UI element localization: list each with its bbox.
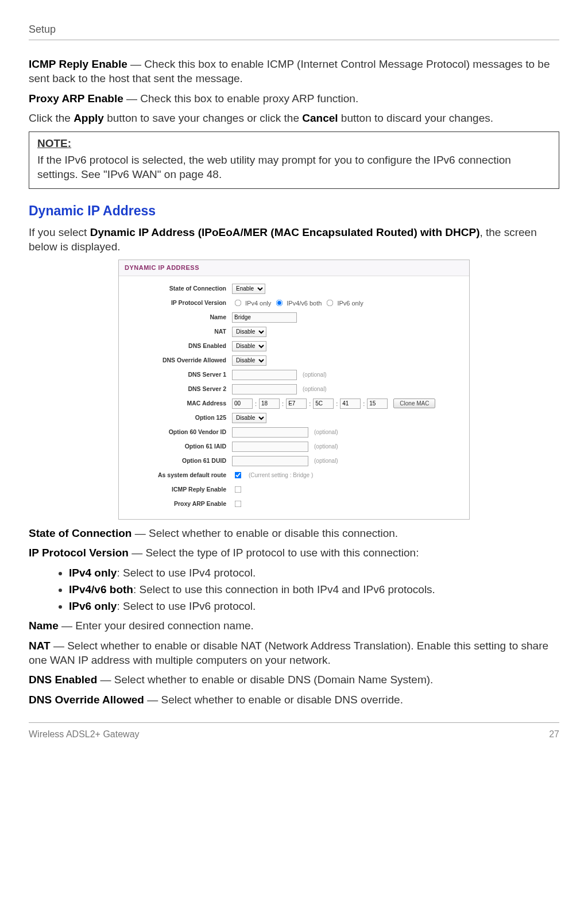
label-icmp-reply: ICMP Reply Enable [126,486,232,494]
checkbox-icmp[interactable] [235,486,242,493]
apply-pre: Click the [29,112,74,124]
desc-name-term: Name [29,620,59,632]
label-proxy-arp: Proxy ARP Enable [126,500,232,508]
label-nat: NAT [126,328,232,336]
desc-nat: NAT — Select whether to enable or disabl… [29,639,559,667]
apply-post: button to discard your changes. [338,112,493,124]
bullet-both-term: IPv4/v6 both [69,583,133,595]
select-dns-enabled[interactable]: Disable [232,341,266,351]
label-o60: Option 60 Vendor ID [126,428,232,436]
checkbox-defroute[interactable] [235,472,242,479]
desc-nat-text: — Select whether to enable or disable NA… [29,640,548,666]
radio-ipv6-label: IPv6 only [337,299,363,307]
desc-dns-ov: DNS Override Allowed — Select whether to… [29,693,559,707]
label-dns-override: DNS Override Allowed [126,357,232,365]
bullet-ipv6-term: IPv6 only [69,600,117,612]
input-mac-0[interactable] [232,398,253,409]
radio-ipv4-label: IPv4 only [245,299,271,307]
note-box: NOTE: If the IPv6 protocol is selected, … [29,131,559,189]
para-proxy: Proxy ARP Enable — Check this box to ena… [29,92,559,106]
select-nat[interactable]: Disable [232,327,266,337]
label-defroute: As system default route [126,471,232,479]
intro-pre: If you select [29,226,90,238]
label-dns-enabled: DNS Enabled [126,342,232,350]
input-o61b[interactable] [232,456,308,466]
desc-ipver-term: IP Protocol Version [29,547,129,559]
hint-dns2: (optional) [303,385,327,393]
input-dns1[interactable] [232,370,297,380]
input-dns2[interactable] [232,384,297,394]
label-mac: MAC Address [126,400,232,408]
input-mac-5[interactable] [367,398,388,409]
label-dns1: DNS Server 1 [126,371,232,379]
desc-dns-en-text: — Select whether to enable or disable DN… [97,674,433,686]
footer-divider [29,722,559,723]
input-mac-3[interactable] [313,398,334,409]
bullet-ipv6-text: : Select to use IPv6 protocol. [117,600,256,612]
hint-o61b: (optional) [314,457,338,465]
select-dns-override[interactable]: Disable [232,355,266,366]
desc-nat-term: NAT [29,640,51,652]
desc-dns-en-term: DNS Enabled [29,674,97,686]
desc-name: Name — Enter your desired connection nam… [29,619,559,633]
input-name[interactable] [232,312,297,323]
input-o61a[interactable] [232,442,308,452]
radio-both[interactable] [276,300,283,307]
checkbox-proxy[interactable] [235,501,242,508]
select-o125[interactable]: Disable [232,413,266,423]
apply-bold: Apply [74,112,104,124]
config-panel: DYNAMIC IP ADDRESS State of Connection E… [118,260,470,519]
clone-mac-button[interactable]: Clone MAC [393,398,435,408]
label-name: Name [126,314,232,322]
bullet-ipv6: IPv6 only: Select to use IPv6 protocol. [69,599,559,614]
label-o61a: Option 61 IAID [126,443,232,451]
radio-ipv4[interactable] [235,300,242,307]
term-icmp: ICMP Reply Enable [29,58,127,70]
select-state[interactable]: Enable [232,284,265,294]
bullet-ipv4: IPv4 only: Select to use IPv4 protocol. [69,566,559,581]
footer-left: Wireless ADSL2+ Gateway [29,729,140,741]
cancel-bold: Cancel [302,112,338,124]
apply-mid: button to save your changes or click the [104,112,302,124]
radio-both-label: IPv4/v6 both [287,299,322,307]
hint-o60: (optional) [314,428,338,436]
para-icmp: ICMP Reply Enable — Check this box to en… [29,57,559,86]
protocol-bullets: IPv4 only: Select to use IPv4 protocol. … [29,566,559,613]
desc-state-text: — Select whether to enable or disable th… [131,527,398,539]
desc-state-term: State of Connection [29,527,131,539]
desc-state: State of Connection — Select whether to … [29,527,559,541]
input-mac-4[interactable] [340,398,361,409]
panel-title: DYNAMIC IP ADDRESS [119,260,469,276]
hint-dns1: (optional) [303,371,327,378]
bullet-both-text: : Select to use this connection in both … [133,583,435,595]
desc-name-text: — Enter your desired connection name. [59,620,254,632]
label-dns2: DNS Server 2 [126,385,232,393]
bullet-ipv4-text: : Select to use IPv4 protocol. [117,567,256,579]
desc-dns-ov-term: DNS Override Allowed [29,694,144,706]
input-mac-2[interactable] [286,398,307,409]
term-proxy: Proxy ARP Enable [29,92,123,105]
desc-ipver-text: — Select the type of IP protocol to use … [129,547,419,559]
hint-defroute: (Current setting : Bridge ) [249,471,313,479]
label-ipver: IP Protocol Version [126,299,232,307]
input-o60[interactable] [232,427,308,438]
radio-ipv6[interactable] [327,300,334,307]
para-apply: Click the Apply button to save your chan… [29,111,559,126]
panel-body: State of Connection Enable IP Protocol V… [119,276,469,519]
note-text: If the IPv6 protocol is selected, the we… [37,154,511,180]
desc-dns-ov-text: — Select whether to enable or disable DN… [144,694,403,706]
input-mac-1[interactable] [259,398,280,409]
desc-ipver: IP Protocol Version — Select the type of… [29,546,559,560]
label-state: State of Connection [126,285,232,293]
text-proxy: — Check this box to enable proxy ARP fun… [123,92,358,105]
label-o61b: Option 61 DUID [126,457,232,465]
bullet-both: IPv4/v6 both: Select to use this connect… [69,583,559,597]
intro-para: If you select Dynamic IP Address (IPoEoA… [29,226,559,254]
note-label: NOTE: [37,137,551,151]
bullet-ipv4-term: IPv4 only [69,567,117,579]
intro-bold: Dynamic IP Address (IPoEoA/MER (MAC Enca… [90,226,480,238]
section-heading: Dynamic IP Address [29,203,559,220]
page-footer: Wireless ADSL2+ Gateway 27 [29,729,559,741]
hint-o61a: (optional) [314,443,338,450]
desc-dns-en: DNS Enabled — Select whether to enable o… [29,673,559,687]
